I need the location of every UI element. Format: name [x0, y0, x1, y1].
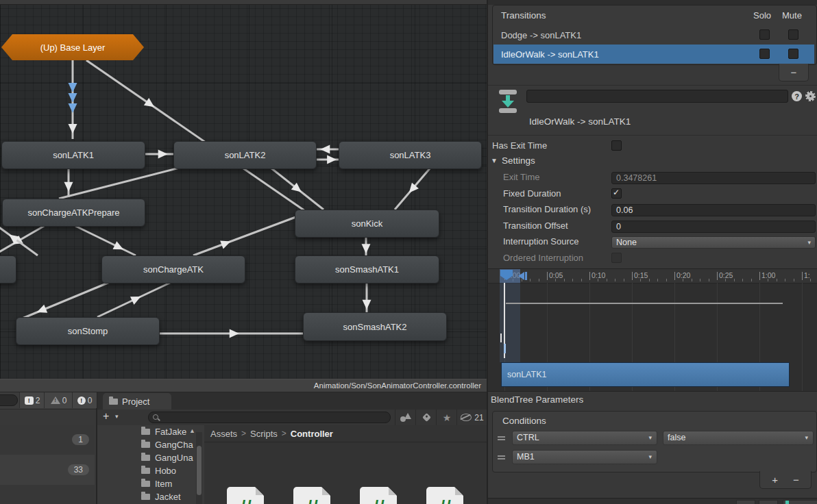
state-node-label: sonSmashATK1 [335, 264, 399, 275]
state-node-sonStomp[interactable]: sonStomp [16, 317, 160, 345]
project-content[interactable]: Assets>Scripts>Controller #### [204, 425, 487, 504]
setting-label: Ordered Interruption [503, 253, 583, 263]
console-row[interactable] [0, 485, 95, 504]
csharp-script-icon[interactable]: # [293, 487, 330, 504]
condition-value-dropdown[interactable]: false▾ [663, 431, 814, 445]
state-node-sonLATK3[interactable]: sonLATK3 [339, 141, 482, 169]
ruler-minor-tick [777, 279, 777, 281]
state-node-base-layer[interactable]: (Up) Base Layer [1, 34, 144, 60]
project-tabbar: Project [97, 392, 487, 410]
breadcrumb-segment-Assets[interactable]: Assets [210, 429, 237, 439]
ruler-minor-tick [794, 279, 794, 281]
state-node-offscreen-left[interactable] [0, 255, 16, 284]
hidden-count-button[interactable]: 21 [456, 410, 487, 425]
gear-icon[interactable] [805, 91, 816, 101]
transition-row-label: Dodge -> sonLATK1 [501, 30, 581, 40]
has-exit-time-checkbox[interactable] [611, 140, 622, 151]
mute-checkbox[interactable] [788, 49, 798, 59]
drag-handle-icon[interactable] [498, 455, 505, 457]
remove-condition-button[interactable]: − [793, 474, 799, 486]
csharp-script-icon[interactable]: # [426, 487, 463, 504]
transition-name-field[interactable] [526, 90, 788, 103]
console-search-input[interactable] [0, 394, 18, 406]
setting-dropdown-interruption-source[interactable]: None▾ [611, 236, 816, 249]
project-search-input[interactable] [148, 412, 391, 423]
search-by-label-button[interactable] [415, 410, 437, 425]
blendtree-parameters-label: BlendTree Parameters [491, 394, 583, 405]
conditions-title: Conditions [502, 416, 546, 426]
condition-parameter-dropdown[interactable]: MB1▾ [512, 450, 657, 464]
csharp-script-icon[interactable]: # [360, 487, 397, 504]
breadcrumb-segment-Controller[interactable]: Controller [291, 429, 333, 439]
transition-row[interactable]: IdleOrWalk -> sonLATK1 [493, 45, 814, 64]
animator-graph-canvas[interactable]: (Up) Base LayersonLATK1sonLATK2sonLATK3s… [0, 0, 487, 379]
project-folder-tree[interactable]: ▲ FatJakeGangChaGangUnaHoboItemJacket [97, 425, 204, 504]
drag-handle-icon[interactable] [498, 436, 505, 438]
folder-item-Hobo[interactable]: Hobo [97, 464, 204, 477]
console-error-toggle[interactable]: 0 [72, 392, 97, 408]
breadcrumb[interactable]: Assets>Scripts>Controller [204, 425, 487, 442]
warning-count: 0 [62, 396, 67, 405]
state-node-sonKick[interactable]: sonKick [295, 210, 439, 238]
state-node-sonChargeATK[interactable]: sonChargeATK [101, 255, 245, 284]
foldout-triangle-icon[interactable]: ▼ [491, 157, 498, 164]
breadcrumb-segment-Scripts[interactable]: Scripts [250, 429, 278, 439]
folder-label: GangUna [155, 453, 193, 463]
solo-checkbox[interactable] [759, 29, 770, 40]
chevron-down-icon[interactable]: ▾ [115, 413, 119, 420]
console-row[interactable]: 1 [0, 425, 95, 455]
create-asset-button[interactable]: + [103, 410, 109, 423]
transition-timeline[interactable]: 0:000:050:100:150:200:251:001: sonLATK1 [488, 268, 817, 392]
error-count: 0 [88, 396, 93, 405]
console-row[interactable]: 33 [0, 455, 95, 486]
ruler-minor-tick [734, 279, 735, 281]
ruler-tick-label: 1: [804, 271, 810, 279]
state-node-label: sonChargeATK [143, 264, 204, 275]
inspector-panel: Transitions Solo Mute Dodge -> sonLATK1I… [487, 0, 817, 504]
tree-scrollbar[interactable] [196, 432, 202, 504]
transition-row[interactable]: Dodge -> sonLATK1 [493, 25, 814, 45]
folder-item-GangUna[interactable]: GangUna [97, 451, 204, 464]
solo-checkbox[interactable] [759, 49, 770, 59]
state-node-label: sonStomp [68, 326, 108, 336]
folder-item-FatJake[interactable]: FatJake [97, 425, 204, 438]
settings-foldout-label[interactable]: Settings [502, 155, 535, 166]
tab-project[interactable]: Project [103, 393, 171, 410]
partial-teal-icon [785, 501, 789, 504]
transition-end-marker[interactable] [518, 272, 528, 280]
folder-item-GangCha[interactable]: GangCha [97, 438, 204, 451]
project-tab-label: Project [122, 396, 149, 407]
state-node-sonSmashATK1[interactable]: sonSmashATK1 [295, 255, 439, 284]
setting-checkbox-fixed-duration[interactable] [611, 188, 622, 199]
state-node-sonSmashATK2[interactable]: sonSmashATK2 [303, 312, 447, 341]
warning-icon [51, 396, 60, 404]
state-node-sonChargeATKPrepare[interactable]: sonChargeATKPrepare [2, 199, 145, 227]
folder-item-Item[interactable]: Item [97, 477, 204, 490]
folder-icon [141, 481, 150, 487]
setting-field-transition-duration-s-[interactable]: 0.06 [611, 204, 816, 216]
timeline-ruler[interactable]: 0:000:050:100:150:200:251:001: [488, 269, 817, 284]
folder-icon [109, 399, 118, 405]
setting-field-transition-offset[interactable]: 0 [611, 220, 816, 233]
search-by-type-button[interactable] [395, 410, 416, 425]
search-by-type-icon [400, 413, 411, 422]
console-info-toggle[interactable]: 2 [19, 392, 45, 408]
condition-parameter-dropdown[interactable]: CTRL▾ [512, 431, 657, 445]
help-icon[interactable]: ? [792, 91, 802, 101]
remove-transition-button[interactable]: − [779, 64, 809, 81]
favorites-button[interactable]: ★ [436, 410, 457, 425]
scrollbar-thumb[interactable] [197, 446, 202, 495]
console-warning-toggle[interactable]: 0 [44, 392, 73, 408]
add-condition-button[interactable]: + [772, 474, 778, 486]
mute-checkbox[interactable] [788, 29, 798, 40]
csharp-script-icon[interactable]: # [227, 487, 264, 504]
state-node-sonLATK1[interactable]: sonLATK1 [1, 141, 145, 169]
star-icon: ★ [443, 412, 452, 423]
solo-column-label: Solo [753, 10, 771, 21]
condition-row: MB1▾ [493, 450, 816, 466]
ruler-minor-tick [700, 279, 700, 281]
clip-bar-sonLATK1[interactable]: sonLATK1 [501, 362, 790, 387]
divider [488, 135, 817, 136]
folder-item-Jacket[interactable]: Jacket [97, 490, 204, 503]
state-node-sonLATK2[interactable]: sonLATK2 [173, 141, 317, 169]
